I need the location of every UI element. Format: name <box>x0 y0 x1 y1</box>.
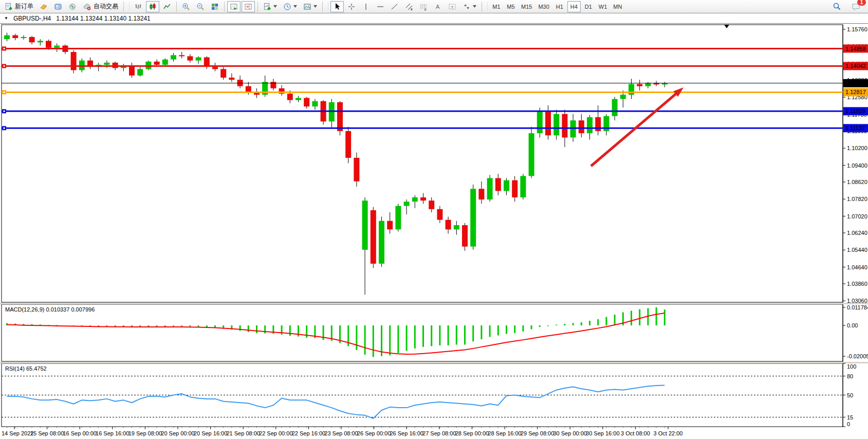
time-tick-label: 22 Sep 16:00 <box>292 430 325 436</box>
time-tick-label: 22 Sep 00:00 <box>259 430 292 436</box>
periods-button[interactable] <box>281 1 300 12</box>
candle-up <box>487 178 493 200</box>
candle-down <box>229 78 234 80</box>
candle-down <box>595 117 601 131</box>
candle-down <box>446 220 451 230</box>
text-button[interactable]: A <box>431 1 445 12</box>
line-handle-center <box>4 92 5 93</box>
rsi-tick-label: 50 <box>847 392 853 398</box>
indicators-icon <box>263 3 271 11</box>
auto-trading-button[interactable]: 自动交易 <box>80 1 121 12</box>
auto-trading-icon <box>83 3 91 11</box>
candle-down <box>46 41 51 47</box>
timeframe-button-M15[interactable]: M15 <box>519 1 534 12</box>
line-handle-center <box>4 127 5 129</box>
toolbar-group-trade: 新订单 自动交易 <box>2 1 121 12</box>
notifications-button[interactable]: 1 <box>849 1 863 12</box>
candle-up <box>537 112 543 134</box>
timeframe-button-H1[interactable]: H1 <box>553 1 566 12</box>
candle-down <box>462 225 468 247</box>
candle-down <box>437 209 442 220</box>
arrows-button[interactable] <box>460 1 479 12</box>
chart-shift-button[interactable] <box>242 1 255 12</box>
crosshair-button[interactable] <box>345 1 358 12</box>
new-order-label: 新订单 <box>15 2 33 11</box>
pane-splitter[interactable] <box>0 303 868 304</box>
macd-tick-label: 0.011784 <box>847 304 868 310</box>
text-label-button[interactable]: T <box>446 1 459 12</box>
timeframe-button-MN[interactable]: MN <box>611 1 624 12</box>
candle-up <box>395 206 401 230</box>
toolbar: 新订单 自动交易 <box>0 0 868 13</box>
price-tick-label: 1.10200 <box>847 145 867 151</box>
line-chart-button[interactable] <box>160 1 174 12</box>
candle-up <box>312 101 318 106</box>
data-window-button[interactable] <box>51 1 65 12</box>
bar-chart-button[interactable] <box>132 1 145 12</box>
candle-up <box>454 225 459 229</box>
timeframe-button-D1[interactable]: D1 <box>582 1 595 12</box>
tile-windows-button[interactable] <box>208 1 221 12</box>
zoom-in-button[interactable] <box>179 1 193 12</box>
horizontal-line-button[interactable] <box>374 1 387 12</box>
toolbar-separator <box>224 2 225 12</box>
timeframe-button-M5[interactable]: M5 <box>504 1 518 12</box>
timeframe-button-H4[interactable]: H4 <box>567 1 581 12</box>
chart-ohlc-values: 1.13144 1.13244 1.13140 1.13241 <box>56 15 151 22</box>
price-tick-label: 1.08620 <box>847 179 867 185</box>
channel-button[interactable]: E <box>402 1 416 12</box>
candle-down <box>129 66 135 76</box>
price-badge-label: 1.14858 <box>845 46 866 52</box>
timeframe-button-M1[interactable]: M1 <box>490 1 503 12</box>
macd-pane[interactable] <box>2 304 843 361</box>
chart-canvas[interactable]: 1.157601.149601.141601.133801.125801.117… <box>0 24 868 439</box>
macd-tick-label: 0.00 <box>847 322 858 328</box>
candle-up <box>520 176 526 197</box>
candle-up <box>21 37 26 38</box>
candle-up <box>296 98 301 100</box>
cursor-button[interactable] <box>330 1 344 12</box>
indicators-button[interactable] <box>261 1 280 12</box>
zoom-out-button[interactable] <box>194 1 207 12</box>
candlestick-chart-button[interactable] <box>146 1 159 12</box>
template-icon <box>303 3 311 11</box>
signals-button[interactable] <box>66 1 79 12</box>
line-handle-center <box>4 48 5 49</box>
candle-down <box>545 112 551 136</box>
chart-symbol-label: GBPUSD-,H4 <box>13 15 51 22</box>
data-window-icon <box>54 3 62 11</box>
candle-down <box>371 210 376 264</box>
candle-down <box>429 200 434 209</box>
timeframe-button-W1[interactable]: W1 <box>596 1 610 12</box>
market-watch-button[interactable] <box>37 1 50 12</box>
new-order-button[interactable]: 新订单 <box>2 1 36 12</box>
vertical-line-button[interactable] <box>359 1 373 12</box>
trendline-button[interactable] <box>388 1 401 12</box>
new-order-icon <box>5 3 13 11</box>
dropdown-caret-icon <box>313 5 317 8</box>
candle-up <box>54 46 60 48</box>
candle-up <box>38 41 43 42</box>
search-button[interactable] <box>830 1 844 12</box>
candle-down <box>270 82 276 88</box>
time-tick-label: 20 Sep 16:00 <box>194 430 227 436</box>
auto-scroll-icon <box>230 3 238 11</box>
timeframe-button-M30[interactable]: M30 <box>535 1 551 12</box>
dropdown-caret-icon <box>273 5 277 8</box>
candle-down <box>562 114 567 138</box>
templates-button[interactable] <box>301 1 320 12</box>
candle-up <box>162 60 168 65</box>
time-tick-label: 23 Sep 08:00 <box>324 430 358 436</box>
rsi-tick-label: 100 <box>847 363 856 370</box>
bar-chart-icon <box>134 3 142 11</box>
candle-down <box>304 98 309 107</box>
rsi-tick-label: 15 <box>847 414 853 420</box>
auto-scroll-button[interactable] <box>227 1 241 12</box>
window-menu-icon[interactable]: ▼ <box>4 16 8 21</box>
fibonacci-button[interactable]: F <box>417 1 430 12</box>
pane-splitter[interactable] <box>0 362 868 363</box>
chart-shift-icon <box>244 3 252 11</box>
candle-down <box>478 189 484 199</box>
toolbar-grip <box>486 2 488 11</box>
toolbar-group-zoom <box>179 1 221 12</box>
